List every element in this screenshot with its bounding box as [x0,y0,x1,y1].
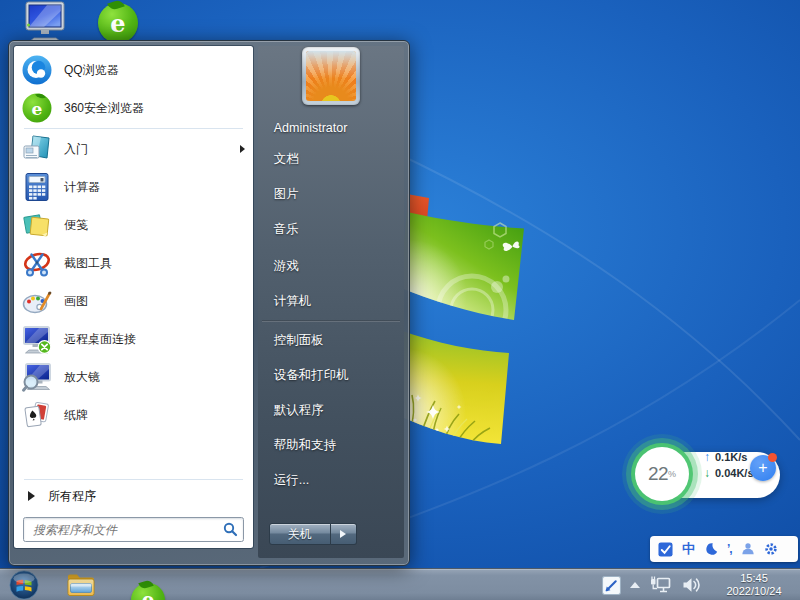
all-programs-button[interactable]: 所有程序 [14,481,253,511]
right-item-pictures[interactable]: 图片 [258,177,404,212]
search-row [14,511,253,542]
calculator-icon [21,171,53,203]
memory-percent-ball[interactable]: 22 % [635,447,689,501]
search-box [23,517,244,542]
shutdown-options-button[interactable] [331,523,357,545]
qq-browser-icon [21,54,53,86]
right-item-control-panel[interactable]: 控制面板 [258,323,404,358]
download-value: 0.04K/s [715,467,754,479]
solitaire-icon [21,399,53,431]
tray-date: 2022/10/24 [712,585,796,598]
ime-punctuation-toggle[interactable]: ’, [727,542,732,556]
ime-toolbar: 中 ’, [650,536,798,562]
taskbar-explorer-button[interactable] [63,569,99,600]
user-lexicon-icon[interactable] [741,542,755,556]
ime-logo-icon[interactable] [658,542,673,557]
menu-item-label: 入门 [64,141,88,158]
start-menu-left-panel: QQ浏览器 e 360安全浏览器 [14,46,253,548]
all-programs-label: 所有程序 [48,488,96,505]
menu-item-snipping-tool[interactable]: 截图工具 [14,244,253,282]
user-name-item[interactable]: Administrator [258,114,404,142]
menu-item-sticky-notes[interactable]: 便笺 [14,206,253,244]
ime-mode-toggle[interactable]: 中 [682,540,695,558]
start-menu-right-panel: Administrator 文档 图片 音乐 游戏 计算机 控制面板 设备和打印… [258,46,404,558]
menu-item-remote-desktop[interactable]: 远程桌面连接 [14,320,253,358]
net-speed-widget: ↑ 0.1K/s ↓ 0.04K/s + 22 % [628,440,790,510]
menu-item-label: 截图工具 [64,255,112,272]
divider [262,320,400,322]
download-arrow-icon: ↓ [704,467,710,479]
shutdown-row: 关机 [269,523,357,545]
360-browser-icon[interactable]: e [98,3,138,43]
explorer-folder-icon [66,572,96,598]
chevron-up-icon [630,582,640,588]
ime-settings-gear-icon[interactable] [764,542,778,556]
shutdown-button[interactable]: 关机 [269,523,331,545]
network-icon[interactable] [649,575,673,595]
divider [24,128,243,129]
right-item-devices-printers[interactable]: 设备和打印机 [258,358,404,393]
all-programs-arrow-icon [28,491,35,501]
tray-pen-flag-icon[interactable] [602,576,621,595]
start-menu: QQ浏览器 e 360安全浏览器 [8,40,410,566]
submenu-arrow-icon [240,145,245,153]
upload-value: 0.1K/s [715,451,747,463]
taskbar-360-browser-button[interactable]: e [131,583,165,600]
menu-item-calculator[interactable]: 计算器 [14,168,253,206]
tray-time: 15:45 [712,572,796,585]
avatar-flower-picture [306,51,356,101]
menu-item-getting-started[interactable]: 入门 [14,130,253,168]
menu-item-magnifier[interactable]: 放大镜 [14,358,253,396]
upload-row: ↑ 0.1K/s [704,451,754,463]
fullwidth-moon-icon[interactable] [704,542,718,556]
menu-item-label: QQ浏览器 [64,62,119,79]
right-item-default-programs[interactable]: 默认程序 [258,393,404,428]
notification-dot [768,453,777,462]
desktop: { "colors": { "desktop_blue": "#1a61bd",… [0,0,800,600]
menu-item-label: 纸牌 [64,407,88,424]
right-item-computer[interactable]: 计算机 [258,284,404,319]
right-item-games[interactable]: 游戏 [258,249,404,284]
percent-value: 22 [648,463,668,485]
upload-arrow-icon: ↑ [704,451,710,463]
user-avatar[interactable] [302,47,360,105]
360-browser-icon: e [21,92,53,124]
search-icon[interactable] [223,522,238,537]
user-name-label: Administrator [274,121,348,135]
right-item-run[interactable]: 运行... [258,463,404,498]
paint-icon [21,285,53,317]
show-hidden-icons-button[interactable] [630,582,640,588]
shutdown-label: 关机 [288,526,312,543]
snipping-tool-icon [21,247,53,279]
menu-item-label: 画图 [64,293,88,310]
menu-item-qq-browser[interactable]: QQ浏览器 [14,51,253,89]
right-item-music[interactable]: 音乐 [258,212,404,247]
right-item-help-support[interactable]: 帮助和支持 [258,428,404,463]
taskbar: e 15:45 [0,568,800,600]
search-input[interactable] [31,522,223,538]
net-speed-stats: ↑ 0.1K/s ↓ 0.04K/s [704,451,754,479]
sticky-notes-icon [21,209,53,241]
start-orb-button[interactable] [7,569,41,600]
menu-item-paint[interactable]: 画图 [14,282,253,320]
spacer [14,434,253,478]
menu-item-label: 计算器 [64,179,100,196]
menu-item-360-browser[interactable]: e 360安全浏览器 [14,89,253,127]
menu-item-solitaire[interactable]: 纸牌 [14,396,253,434]
right-item-documents[interactable]: 文档 [258,142,404,177]
system-tray: 15:45 2022/10/24 [602,569,800,600]
download-row: ↓ 0.04K/s [704,467,754,479]
taskbar-clock[interactable]: 15:45 2022/10/24 [712,572,796,598]
getting-started-icon [21,133,53,165]
magnifier-icon [21,361,53,393]
percent-unit: % [668,469,676,479]
shutdown-arrow-icon [340,530,346,538]
accelerate-plus-button[interactable]: + [750,455,776,481]
menu-item-label: 远程桌面连接 [64,331,136,348]
volume-icon[interactable] [682,576,703,594]
menu-item-label: 便笺 [64,217,88,234]
menu-item-label: 放大镜 [64,369,100,386]
remote-desktop-icon [21,323,53,355]
divider [24,479,243,480]
svg-text:e: e [32,99,43,119]
